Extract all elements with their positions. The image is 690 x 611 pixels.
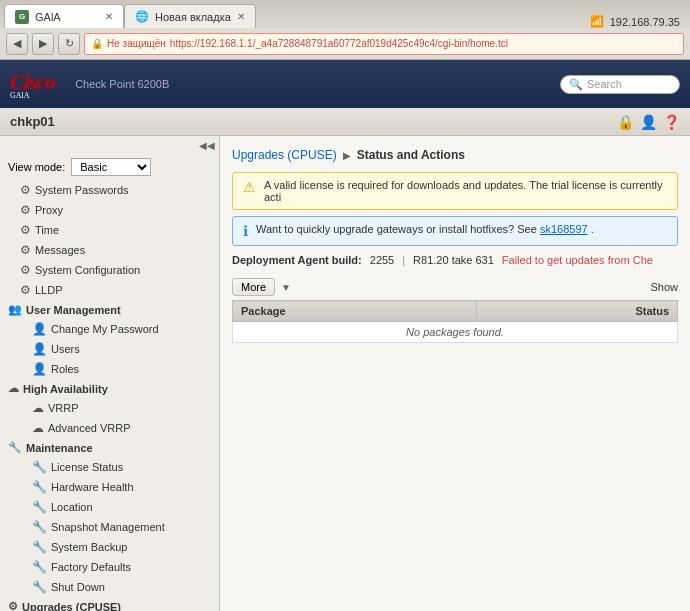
wrench-icon-license: 🔧 [32,460,47,474]
cloud-section-icon: ☁ [8,382,19,395]
tab-close-new[interactable]: ✕ [237,11,245,22]
product-label: Check Point 6200B [75,78,169,90]
breadcrumb-arrow: ▶ [343,150,351,161]
help-header-icon[interactable]: ❓ [663,114,680,130]
sidebar-label-system-configuration: System Configuration [35,264,140,276]
forward-button[interactable]: ▶ [32,33,54,55]
sidebar-item-change-password[interactable]: 👤 Change My Password [0,319,219,339]
user-icon-users: 👤 [32,342,47,356]
table-row-empty: No packages found. [233,322,678,343]
not-secure-label: Не защищён [107,38,166,49]
wrench-icon-snapshot: 🔧 [32,520,47,534]
address-url: https://192.168.1.1/_a4a728848791a60772a… [170,38,508,49]
sidebar-item-system-backup[interactable]: 🔧 System Backup [0,537,219,557]
view-mode-label: View mode: [8,161,65,173]
sidebar-item-shut-down[interactable]: 🔧 Shut Down [0,577,219,597]
lock-icon: 🔒 [91,38,103,49]
sidebar-section-maintenance[interactable]: 🔧 Maintenance [0,438,219,457]
gear-icon-sysconfig: ⚙ [20,263,31,277]
cisco-logo: Cisco GAlA [10,69,55,100]
address-bar[interactable]: 🔒 Не защищён https://192.168.1.1/_a4a728… [84,33,684,55]
wrench-icon-backup: 🔧 [32,540,47,554]
person-header-icon[interactable]: 👤 [640,114,657,130]
browser-ip: 192.168.79.35 [610,16,680,28]
search-placeholder: Search [587,78,622,90]
back-button[interactable]: ◀ [6,33,28,55]
sidebar-collapse[interactable]: ◀◀ [0,136,219,154]
sidebar-label-time: Time [35,224,59,236]
sidebar-item-hardware-health[interactable]: 🔧 Hardware Health [0,477,219,497]
wrench-icon-hardware: 🔧 [32,480,47,494]
view-mode-row: View mode: Basic Advanced [0,154,219,180]
sidebar-item-location[interactable]: 🔧 Location [0,497,219,517]
sidebar-section-upgrades[interactable]: ⚙ Upgrades (CPUSE) [0,597,219,611]
sidebar-label-shut-down: Shut Down [51,581,105,593]
search-icon: 🔍 [569,78,583,91]
sidebar-section-label-upgrades: Upgrades (CPUSE) [22,601,121,612]
sk168597-link[interactable]: sk168597 [540,223,588,235]
sidebar-item-messages[interactable]: ⚙ Messages [0,240,219,260]
search-box[interactable]: 🔍 Search [560,75,680,94]
packages-table: Package Status No packages found. [232,300,678,343]
sidebar-label-change-password: Change My Password [51,323,159,335]
info-icon: ℹ [243,223,248,239]
tab-gaia[interactable]: G GAlA ✕ [4,4,124,28]
warning-icon: ⚠ [243,179,256,195]
sidebar-item-vrrp[interactable]: ☁ VRRP [0,398,219,418]
lock-header-icon[interactable]: 🔒 [617,114,634,130]
sidebar-item-factory-defaults[interactable]: 🔧 Factory Defaults [0,557,219,577]
signal-icon: 📶 [590,15,604,28]
sidebar-item-lldp[interactable]: ⚙ LLDP [0,280,219,300]
sidebar-label-roles: Roles [51,363,79,375]
breadcrumb-parent[interactable]: Upgrades (CPUSE) [232,148,337,162]
device-name: chkp01 [10,114,55,129]
users-section-icon: 👥 [8,303,22,316]
sub-header: chkp01 🔒 👤 ❓ [0,108,690,136]
sidebar-label-vrrp: VRRP [48,402,79,414]
table-toolbar: More ▼ Show [232,274,678,300]
sidebar-item-time[interactable]: ⚙ Time [0,220,219,240]
sidebar-section-label-ha: High Availability [23,383,108,395]
sidebar-item-users[interactable]: 👤 Users [0,339,219,359]
col-package: Package [233,301,477,322]
sidebar-label-system-passwords: System Passwords [35,184,129,196]
sidebar-item-license-status[interactable]: 🔧 License Status [0,457,219,477]
sidebar-label-advanced-vrrp: Advanced VRRP [48,422,131,434]
sidebar-item-advanced-vrrp[interactable]: ☁ Advanced VRRP [0,418,219,438]
tab-close-gaia[interactable]: ✕ [105,11,113,22]
tab-new-tab[interactable]: 🌐 Новая вкладка ✕ [124,4,256,28]
sidebar-item-proxy[interactable]: ⚙ Proxy [0,200,219,220]
show-label: Show [650,281,678,293]
more-button[interactable]: More [232,278,275,296]
gear-icon-time: ⚙ [20,223,31,237]
alert-info-text: Want to quickly upgrade gateways or inst… [256,223,594,235]
sidebar-label-factory-defaults: Factory Defaults [51,561,131,573]
cloud-icon-vrrp: ☁ [32,401,44,415]
sidebar-label-users: Users [51,343,80,355]
sidebar-item-snapshot-management[interactable]: 🔧 Snapshot Management [0,517,219,537]
sidebar-section-user-management[interactable]: 👥 User Management [0,300,219,319]
sidebar-label-license-status: License Status [51,461,123,473]
sidebar-label-hardware-health: Hardware Health [51,481,134,493]
sidebar-item-system-passwords[interactable]: ⚙ System Passwords [0,180,219,200]
sidebar-section-high-availability[interactable]: ☁ High Availability [0,379,219,398]
sidebar-item-roles[interactable]: 👤 Roles [0,359,219,379]
gear-icon-messages: ⚙ [20,243,31,257]
sidebar-label-messages: Messages [35,244,85,256]
sidebar-label-location: Location [51,501,93,513]
separator: | [402,254,405,266]
wrench-section-icon: 🔧 [8,441,22,454]
browser-chrome: G GAlA ✕ 🌐 Новая вкладка ✕ 📶 192.168.79.… [0,0,690,60]
view-mode-select[interactable]: Basic Advanced [71,158,151,176]
gaia-tab-icon: G [15,10,29,24]
sidebar-section-label-user-management: User Management [26,304,121,316]
sidebar-section-label-maintenance: Maintenance [26,442,93,454]
nav-bar: ◀ ▶ ↻ 🔒 Не защищён https://192.168.1.1/_… [0,28,690,60]
sidebar: ◀◀ View mode: Basic Advanced ⚙ System Pa… [0,136,220,611]
collapse-icon[interactable]: ◀◀ [199,140,215,151]
refresh-button[interactable]: ↻ [58,33,80,55]
header-right: 🔍 Search [560,75,680,94]
no-packages-message: No packages found. [233,322,678,343]
deployment-build-value: 2255 [370,254,394,266]
sidebar-item-system-configuration[interactable]: ⚙ System Configuration [0,260,219,280]
